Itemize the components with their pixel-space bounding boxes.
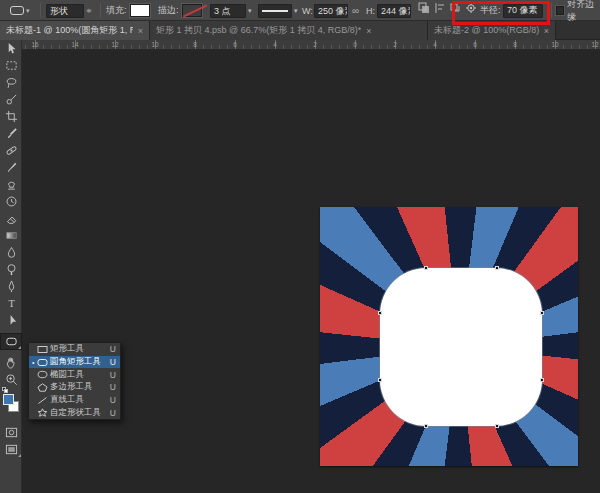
stroke-color-swatch[interactable] <box>182 0 202 21</box>
blur-tool-icon <box>5 246 18 259</box>
tool-path-selection[interactable] <box>0 312 22 329</box>
flyout-indicator-icon <box>18 454 21 457</box>
fill-swatch-white <box>130 4 150 17</box>
tab-close-icon[interactable]: × <box>366 26 371 36</box>
path-anchor-point[interactable] <box>540 311 544 315</box>
stroke-width-value: 3 点 <box>210 4 246 18</box>
tool-brush[interactable] <box>0 159 22 176</box>
shape-width-field[interactable]: 250 像素 <box>314 0 348 21</box>
path-alignment-icon <box>434 2 446 14</box>
chevron-down-icon: ▾ <box>26 7 30 15</box>
shape-height-value: 244 像素 <box>377 4 411 18</box>
screen-mode-icon <box>5 443 18 456</box>
flyout-indicator-icon <box>18 346 21 349</box>
stroke-style-select[interactable]: ▾ <box>258 0 298 21</box>
document-tab-1[interactable]: 未标题-1 @ 100%(圆角矩形 1, RGB/8)* × <box>0 21 150 40</box>
quick-selection-icon <box>5 93 18 106</box>
tab-close-icon[interactable]: × <box>138 26 143 36</box>
shortcut-key: U <box>110 370 116 380</box>
photoshop-window: ▾ 形状 ≑ 填充: 描边: 3 点 ▾ ▾ W: 250 像素 <box>0 0 600 493</box>
svg-text:T: T <box>8 298 15 309</box>
canvas-workspace[interactable] <box>22 50 600 493</box>
rounded-rectangle-shape[interactable] <box>380 268 542 426</box>
tool-mode-select[interactable]: 形状 ≑ <box>46 0 92 21</box>
tool-spot-healing[interactable] <box>0 142 22 159</box>
chevron-down-icon: ▾ <box>294 7 298 15</box>
menu-item-custom-shape-tool[interactable]: 自定形状工具 U <box>29 406 120 419</box>
rectangular-marquee-icon <box>5 59 18 72</box>
menu-item-ellipse-tool[interactable]: 椭圆工具 U <box>29 368 120 381</box>
tool-move[interactable] <box>0 40 22 57</box>
path-anchor-point[interactable] <box>378 311 382 315</box>
tool-blur[interactable] <box>0 244 22 261</box>
shape-tool-flyout-menu: 矩形工具 U • 圆角矩形工具 U 椭圆工具 U 多边形工具 U <box>28 342 121 420</box>
path-anchor-point[interactable] <box>424 424 428 428</box>
tab-close-icon[interactable]: × <box>544 26 549 36</box>
shape-height-field[interactable]: 244 像素 <box>377 0 411 21</box>
path-operations-icon <box>418 2 430 14</box>
path-anchor-point[interactable] <box>495 266 499 270</box>
menu-item-rectangle-tool[interactable]: 矩形工具 U <box>29 343 120 356</box>
path-anchor-point[interactable] <box>378 378 382 382</box>
chevron-down-icon: ▾ <box>248 7 252 15</box>
radius-annotation-highlight <box>452 1 550 25</box>
gradient-tool-icon <box>5 229 18 242</box>
brush-tool-icon <box>5 161 18 174</box>
default-colors-icon[interactable] <box>2 387 9 393</box>
polygon-icon <box>37 383 50 392</box>
tool-shape[interactable] <box>0 333 22 350</box>
tool-eyedropper[interactable] <box>0 125 22 142</box>
path-anchor-point[interactable] <box>424 266 428 270</box>
quick-mask-button[interactable] <box>0 424 22 441</box>
menu-item-polygon-tool[interactable]: 多边形工具 U <box>29 381 120 394</box>
chevron-updown-icon: ≑ <box>86 7 92 15</box>
menu-item-line-tool[interactable]: 直线工具 U <box>29 394 120 407</box>
shortcut-key: U <box>110 408 116 418</box>
tool-pen[interactable] <box>0 278 22 295</box>
stroke-width-field[interactable]: 3 点 ▾ <box>210 0 252 21</box>
width-label: W: <box>302 0 313 21</box>
eyedropper-icon <box>5 127 18 140</box>
tool-gradient[interactable] <box>0 227 22 244</box>
tool-dodge[interactable] <box>0 261 22 278</box>
tool-type[interactable]: T <box>0 295 22 312</box>
starburst-artwork[interactable] <box>320 207 578 466</box>
rounded-rect-preset-icon <box>10 6 24 15</box>
tool-marquee[interactable] <box>0 57 22 74</box>
document-tab-2[interactable]: 矩形 1 拷贝 4.psb @ 66.7%(矩形 1 拷贝 4, RGB/8)*… <box>150 21 428 40</box>
fill-color-swatch[interactable] <box>130 0 150 21</box>
screen-mode-button[interactable] <box>0 441 22 458</box>
shortcut-key: U <box>110 395 116 405</box>
path-anchor-point[interactable] <box>540 378 544 382</box>
link-dimensions-icon[interactable]: ∞ <box>352 0 359 21</box>
path-alignment-button[interactable] <box>432 0 448 16</box>
path-operations-button[interactable] <box>416 0 432 16</box>
separator <box>551 3 552 18</box>
tool-zoom[interactable] <box>0 371 22 388</box>
menu-item-rounded-rectangle-tool[interactable]: • 圆角矩形工具 U <box>29 356 120 369</box>
hand-tool-icon <box>5 356 18 369</box>
separator <box>40 3 41 18</box>
path-anchor-point[interactable] <box>495 424 499 428</box>
shortcut-key: U <box>110 357 116 367</box>
eraser-tool-icon <box>5 212 18 225</box>
tool-lasso[interactable] <box>0 74 22 91</box>
move-tool-icon <box>5 42 18 55</box>
align-edges-label: 对齐边缘 <box>567 0 600 24</box>
path-selection-icon <box>5 314 18 327</box>
stroke-label: 描边: <box>158 0 179 21</box>
quick-mask-icon <box>5 426 18 439</box>
tool-crop[interactable] <box>0 108 22 125</box>
tool-clone-stamp[interactable] <box>0 176 22 193</box>
shortcut-key: U <box>110 382 116 392</box>
horizontal-ruler[interactable]: 16 14 12 10 8 6 4 2 0 2 4 6 8 10 12 <box>22 40 600 50</box>
foreground-color-swatch[interactable] <box>3 394 14 405</box>
fill-label: 填充: <box>106 0 127 21</box>
tool-quick-selection[interactable] <box>0 91 22 108</box>
tool-eraser[interactable] <box>0 210 22 227</box>
height-label: H: <box>366 0 375 21</box>
tool-preset-picker[interactable]: ▾ <box>10 0 30 21</box>
tool-history-brush[interactable] <box>0 193 22 210</box>
align-edges-checkbox[interactable]: 对齐边缘 <box>556 0 600 21</box>
tool-hand[interactable] <box>0 354 22 371</box>
